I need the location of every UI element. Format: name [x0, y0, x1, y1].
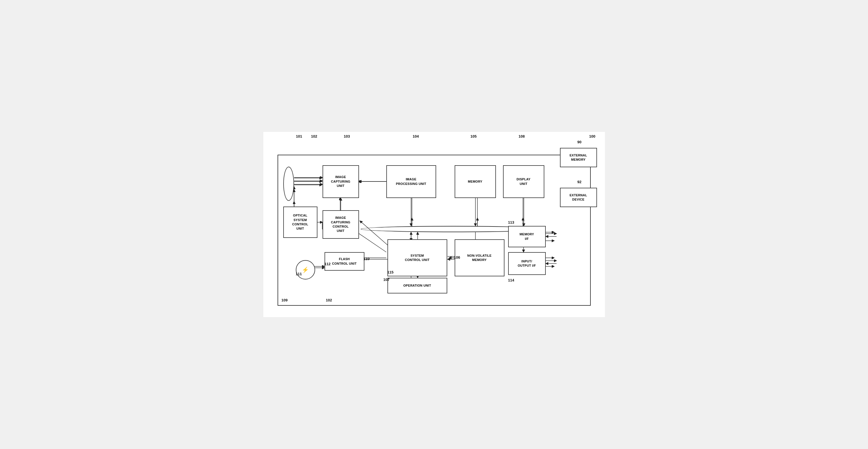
ref-100: 100	[589, 134, 595, 139]
ref-114-label: 114	[508, 278, 515, 282]
image-capturing-control-unit-block: IMAGE CAPTURING CONTROL UNIT	[322, 210, 359, 239]
ref-90-label: 90	[577, 140, 581, 144]
svg-line-45	[360, 221, 389, 246]
ref-115-label: 115	[388, 270, 394, 274]
memory-block: MEMORY	[455, 165, 496, 198]
ref-101: 101	[296, 134, 302, 139]
external-device-block: EXTERNAL DEVICE	[560, 188, 597, 207]
ref-109-label: 109	[282, 298, 288, 302]
ref-110-label: 110	[364, 257, 370, 261]
diagram-wrapper: 101 102 103 104 105 108 100	[264, 132, 605, 317]
ref-111-label: 111	[296, 272, 302, 276]
ref-104: 104	[413, 134, 419, 139]
ref-106-label: 106	[454, 255, 460, 260]
external-memory-block: EXTERNAL MEMORY	[560, 148, 597, 167]
lens	[283, 167, 294, 201]
image-capturing-unit-block: IMAGE CAPTURING UNIT	[322, 165, 359, 198]
ref-92-label: 92	[577, 180, 581, 184]
system-control-unit-block: SYSTEM CONTROL UNIT	[388, 239, 447, 276]
ref-112-label: 112	[324, 262, 331, 266]
non-volatile-memory-block: NON-VOLATILE MEMORY	[455, 239, 504, 276]
ref-113-label: 113	[508, 220, 515, 224]
ref-102: 102	[311, 134, 317, 139]
ref-108: 108	[519, 134, 525, 139]
display-unit-block: DISPLAY UNIT	[503, 165, 544, 198]
operation-unit-block: OPERATION UNIT	[388, 278, 447, 294]
outer-box: IMAGE CAPTURING UNIT IMAGE CAPTURING CON…	[278, 155, 591, 306]
ref-107-label: 107	[383, 277, 390, 282]
ref-105: 105	[471, 134, 477, 139]
input-output-if-block: INPUT/ OUTPUT I/F	[508, 252, 546, 275]
ref-102-inner: 102	[326, 298, 332, 302]
flash-control-unit-block: FLASH CONTROL UNIT	[324, 252, 364, 271]
ref-103: 103	[344, 134, 350, 139]
image-processing-unit-block: IMAGE PROCESSING UNIT	[386, 165, 436, 198]
flash-circle: ⚡	[296, 260, 315, 279]
memory-if-block: MEMORY I/F	[508, 226, 546, 247]
optical-system-control-unit-block: OPTICAL SYSTEM CONTROL UNIT	[283, 207, 317, 238]
